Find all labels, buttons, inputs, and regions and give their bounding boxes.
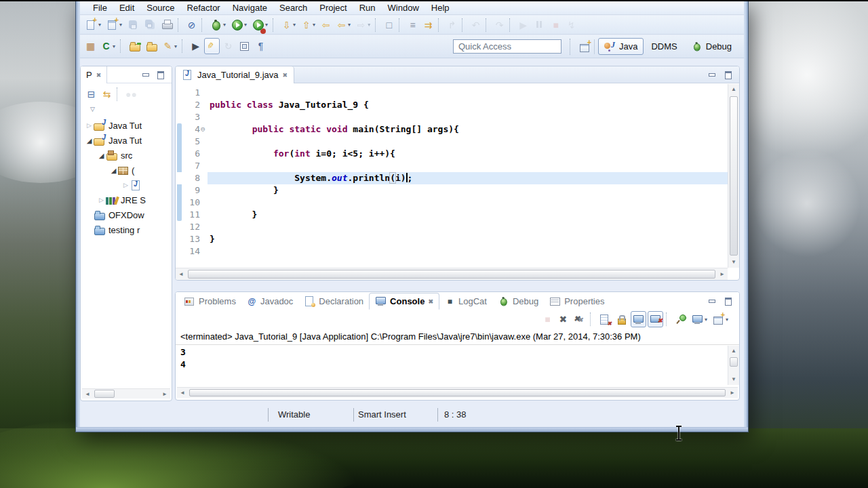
code-line[interactable]: 13} [176,233,728,245]
console-vertical-scrollbar[interactable]: ▲ ▼ [728,346,739,385]
close-icon[interactable]: ✖ [428,298,433,305]
link-with-editor-button[interactable]: ⇆ [100,86,114,102]
code-line[interactable]: 1 [176,87,728,99]
debug-button[interactable]: ▾ [208,17,228,33]
editor-vertical-scrollbar[interactable]: ▲ ▼ [728,84,739,268]
tree-item[interactable]: ▷JRE S [81,192,172,207]
perspective-ddms[interactable]: DDMS [645,38,683,55]
new-java-class-button[interactable]: C▾ [99,38,117,54]
tree-item[interactable]: testing r [81,222,172,237]
minimize-console-button[interactable] [707,297,716,304]
open-task-button[interactable] [127,38,142,54]
minimize-editor-button[interactable] [707,70,716,78]
perspective-java[interactable]: Java [598,38,644,55]
new-button[interactable]: ▾ [83,17,103,33]
tree-expander-icon[interactable]: ◢ [97,152,106,159]
tree-item[interactable]: ◢src [81,148,172,163]
scrollbar-thumb[interactable] [94,390,115,398]
menu-file[interactable]: File [87,1,113,14]
last-edit-location-button[interactable]: ⇦ [319,17,333,33]
scroll-right-icon[interactable]: ► [159,389,170,400]
mark-occurrences-toggle[interactable] [204,38,220,54]
scroll-down-icon[interactable]: ▼ [728,257,739,268]
open-file-button[interactable] [144,38,159,54]
new-wizard-button[interactable]: ▾ [104,17,124,33]
close-icon[interactable]: ✖ [96,72,102,79]
update-button[interactable]: ⇩▾ [279,17,298,33]
console-tab-javadoc[interactable]: @Javadoc [241,293,298,310]
fold-minus-icon[interactable]: ⊖ [201,123,205,136]
console-tab-logcat[interactable]: ■LogCat [439,293,492,310]
console-tab-declaration[interactable]: Declaration [298,293,369,310]
tree-item[interactable]: ◢( [81,163,172,178]
code-editor[interactable]: 12public class Java_Tutorial_9 {34⊖ publ… [176,84,728,268]
maximize-console-button[interactable] [724,297,732,304]
menu-help[interactable]: Help [425,1,456,14]
commit-button[interactable]: ⇧▾ [299,17,317,33]
console-tab-properties[interactable]: Properties [544,293,610,310]
horizontal-scrollbar[interactable]: ◄ ► [82,388,170,399]
remove-all-terminated-button[interactable] [572,311,587,327]
new-java-project-button[interactable]: ▦ [83,38,98,54]
maximize-view-button[interactable] [156,70,165,78]
tree-item[interactable]: OFXDow [81,207,172,222]
editor-tab[interactable]: Java_Tutorial_9.java ✖ [176,66,294,83]
tree-expander-icon[interactable]: ▷ [121,182,130,188]
scroll-down-icon[interactable]: ▼ [728,374,739,385]
breadcrumb-button[interactable]: ▶ [189,38,203,54]
menu-refactor[interactable]: Refactor [181,1,226,14]
pin-console-toggle[interactable] [673,311,688,327]
tree-expander-icon[interactable]: ▷ [85,122,94,129]
show-source-only-toggle[interactable] [237,38,252,54]
annotate-button[interactable]: ✎▾ [161,38,179,54]
tree-expander-icon[interactable]: ◢ [85,137,94,144]
menu-window[interactable]: Window [382,1,425,14]
code-line[interactable]: 8 System.out.println(i); [176,172,728,184]
open-console-button[interactable]: ▾ [711,311,730,327]
scrollbar-thumb[interactable] [188,270,715,279]
open-resource-button[interactable]: □ [382,17,396,33]
scroll-right-icon[interactable]: ► [727,388,738,399]
tree-item[interactable]: ▷Java Tut [81,118,172,133]
code-line[interactable]: 4⊖ public static void main(String[] args… [176,123,728,136]
code-line[interactable]: 10 [176,197,728,209]
scroll-left-icon[interactable]: ◄ [177,388,188,399]
menu-source[interactable]: Source [140,1,180,14]
console-output[interactable]: 34 [176,346,728,385]
close-icon[interactable]: ✖ [282,72,288,79]
scroll-right-icon[interactable]: ► [717,269,728,280]
scrollbar-thumb[interactable] [189,389,726,396]
run-button[interactable]: ▾ [229,17,249,33]
code-line[interactable]: 9 } [176,184,728,197]
print-button[interactable] [159,17,175,33]
clear-console-button[interactable] [597,311,612,327]
console-horizontal-scrollbar[interactable]: ◄ ► [177,387,738,398]
next-annotation-button[interactable]: ≡ [406,17,420,33]
menu-navigate[interactable]: Navigate [226,1,273,14]
show-whitespace-toggle[interactable]: ¶ [254,38,268,54]
console-tab-problems[interactable]: Problems [178,293,241,310]
show-stdout-toggle[interactable] [631,311,646,327]
quick-access-input[interactable] [453,39,561,54]
tree-item[interactable]: ◢Java Tut [81,133,172,148]
display-console-button[interactable]: ▾ [690,311,709,327]
code-line[interactable]: 2public class Java_Tutorial_9 { [176,99,728,111]
perspective-debug[interactable]: Debug [685,38,738,55]
scroll-lock-toggle[interactable] [614,311,629,327]
tree-item[interactable]: ▷ [81,178,172,192]
scrollbar-thumb[interactable] [730,357,738,367]
view-menu-arrow-icon[interactable]: ▽ [90,106,95,113]
tree-expander-icon[interactable]: ◢ [109,167,118,174]
back-button[interactable]: ⇦▾ [334,17,353,33]
profile-button[interactable]: ▾ [250,17,270,33]
editor-horizontal-scrollbar[interactable]: ◄ ► [176,268,728,280]
scroll-up-icon[interactable]: ▲ [728,84,739,95]
open-perspective-button[interactable] [577,39,593,55]
skip-all-breakpoints-button[interactable]: ⊘ [184,17,199,33]
menu-project[interactable]: Project [313,1,353,14]
remove-launch-button[interactable]: ✖ [556,311,570,327]
scroll-left-icon[interactable]: ◄ [176,269,186,280]
code-line[interactable]: 3 [176,111,728,123]
scroll-up-icon[interactable]: ▲ [728,346,739,357]
code-line[interactable]: 5 [176,136,728,148]
